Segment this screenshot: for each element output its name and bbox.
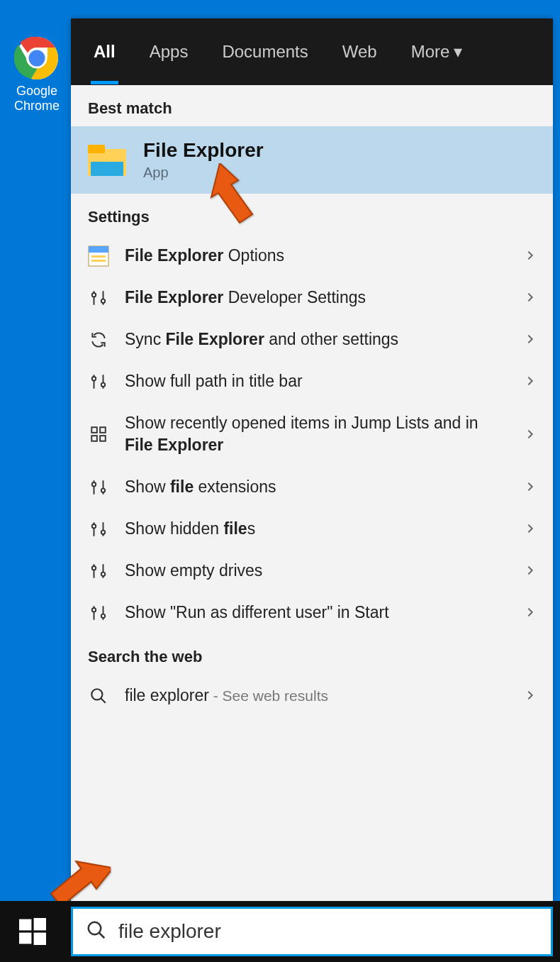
svg-point-29	[101, 530, 105, 533]
windows-logo-icon	[19, 918, 46, 945]
settings-result[interactable]: File Explorer Options	[71, 235, 553, 277]
chevron-right-icon	[525, 288, 536, 307]
chrome-icon	[14, 35, 60, 81]
best-match-title: File Explorer	[143, 139, 264, 162]
svg-point-33	[101, 573, 105, 576]
annotation-arrow-best-match	[206, 163, 262, 230]
svg-point-35	[92, 608, 96, 612]
svg-point-15	[92, 377, 96, 380]
result-text: File Explorer Options	[125, 245, 509, 267]
result-text: Show hidden files	[125, 518, 509, 540]
settings-result[interactable]: File Explorer Developer Settings	[71, 277, 553, 319]
svg-rect-7	[89, 246, 108, 253]
tab-more[interactable]: More▾	[408, 19, 466, 84]
chevron-right-icon	[525, 330, 536, 349]
search-tabs: All Apps Documents Web More▾	[71, 18, 553, 85]
chevron-right-icon	[525, 425, 536, 444]
search-icon	[86, 919, 107, 944]
grid-icon	[88, 425, 109, 443]
svg-rect-18	[91, 427, 97, 433]
svg-point-11	[92, 293, 96, 297]
section-settings: Settings	[71, 194, 553, 235]
svg-marker-40	[211, 163, 252, 223]
settings-result[interactable]: Show "Run as different user" in Start	[71, 592, 553, 634]
result-text: Show file extensions	[125, 476, 509, 498]
tab-web[interactable]: Web	[340, 19, 380, 84]
result-text: Sync File Explorer and other settings	[125, 328, 509, 350]
sliders-icon	[88, 289, 109, 307]
chevron-right-icon	[525, 519, 536, 538]
result-text: Show empty drives	[125, 560, 509, 582]
web-result-sub: - See web results	[209, 687, 328, 704]
result-text: Show full path in title bar	[125, 370, 509, 392]
desktop-shortcut-label: Google Chrome	[9, 84, 65, 114]
svg-line-47	[99, 933, 105, 939]
chevron-right-icon	[525, 246, 536, 265]
best-match-result[interactable]: File Explorer App	[71, 126, 553, 194]
result-text: Show recently opened items in Jump Lists…	[125, 412, 509, 456]
settings-result[interactable]: Show file extensions	[71, 466, 553, 508]
settings-result[interactable]: Show hidden files	[71, 508, 553, 550]
settings-result[interactable]: Show recently opened items in Jump Lists…	[71, 402, 553, 466]
search-input[interactable]	[118, 920, 538, 943]
search-icon	[88, 687, 109, 705]
chevron-right-icon	[525, 372, 536, 391]
desktop-shortcut-chrome[interactable]: Google Chrome	[9, 35, 65, 114]
svg-marker-41	[50, 859, 111, 907]
svg-point-37	[101, 614, 105, 618]
svg-rect-20	[91, 436, 97, 441]
sliders-icon	[88, 520, 109, 538]
web-result-term: file explorer	[125, 686, 209, 704]
tab-all[interactable]: All	[91, 19, 118, 84]
tab-documents[interactable]: Documents	[219, 19, 310, 84]
svg-rect-45	[34, 933, 46, 945]
result-text: File Explorer Developer Settings	[125, 287, 509, 309]
svg-rect-8	[91, 255, 106, 258]
svg-point-23	[92, 482, 96, 486]
svg-point-25	[101, 488, 105, 492]
svg-rect-42	[19, 919, 31, 931]
svg-rect-43	[34, 918, 46, 930]
start-search-panel: All Apps Documents Web More▾ Best match …	[71, 18, 553, 901]
chevron-right-icon	[525, 686, 536, 705]
svg-point-38	[91, 689, 102, 700]
settings-result[interactable]: Show full path in title bar	[71, 360, 553, 402]
chevron-right-icon	[525, 603, 536, 622]
section-search-web: Search the web	[71, 634, 553, 675]
sliders-icon	[88, 604, 109, 622]
svg-point-13	[101, 299, 105, 302]
svg-point-31	[92, 566, 96, 570]
chevron-right-icon	[525, 477, 536, 497]
svg-rect-4	[88, 145, 105, 153]
settings-result[interactable]: Sync File Explorer and other settings	[71, 319, 553, 360]
chevron-down-icon: ▾	[454, 42, 462, 61]
web-result[interactable]: file explorer - See web results	[71, 675, 553, 717]
result-text: Show "Run as different user" in Start	[125, 602, 509, 624]
svg-point-17	[101, 382, 105, 386]
tab-apps[interactable]: Apps	[147, 19, 191, 84]
svg-point-27	[92, 524, 96, 528]
svg-rect-19	[100, 427, 106, 433]
taskbar-search-box[interactable]	[71, 907, 553, 956]
svg-line-39	[101, 698, 106, 703]
sliders-icon	[88, 562, 109, 580]
svg-rect-5	[91, 162, 123, 176]
svg-point-46	[89, 922, 101, 935]
svg-rect-9	[91, 260, 106, 262]
file-explorer-icon	[88, 145, 126, 176]
svg-rect-21	[100, 436, 106, 441]
chevron-right-icon	[525, 561, 536, 580]
section-best-match: Best match	[71, 85, 553, 126]
settings-result[interactable]: Show empty drives	[71, 550, 553, 592]
sliders-icon	[88, 478, 109, 497]
svg-rect-44	[19, 933, 31, 944]
start-button[interactable]	[0, 901, 65, 962]
sync-icon	[88, 331, 109, 349]
sliders-icon	[88, 372, 109, 391]
options-icon	[88, 245, 109, 267]
